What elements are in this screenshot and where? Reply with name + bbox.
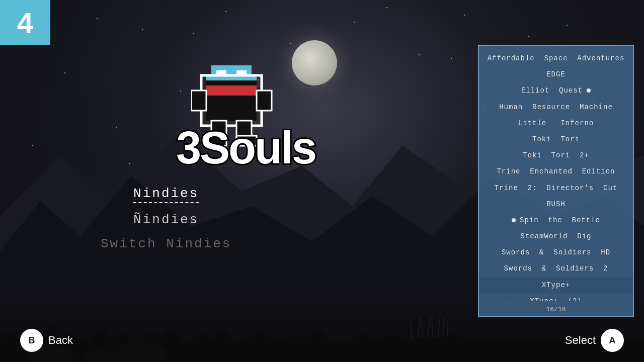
svg-rect-18 xyxy=(206,85,257,96)
list-item[interactable]: Swords & Soldiers 2 xyxy=(479,260,633,277)
a-button-circle: A xyxy=(601,329,624,352)
item-label: Trine 2: Director's Cut xyxy=(495,184,617,193)
menu-options: Nindies Ñindies Switch Nindies xyxy=(101,186,231,251)
list-item[interactable]: Elliot Quest xyxy=(479,82,633,99)
svg-rect-20 xyxy=(191,90,206,111)
game-list-panel: Affordable Space Adventures EDGE Elliot … xyxy=(478,45,634,317)
item-label: Swords & Soldiers HD xyxy=(502,248,610,257)
svg-rect-21 xyxy=(257,90,272,111)
list-counter: 16/16 xyxy=(479,303,633,316)
item-label: Elliot Quest xyxy=(521,86,583,95)
game-list-scroll[interactable]: Affordable Space Adventures EDGE Elliot … xyxy=(479,46,633,301)
item-label: Toki Tori 2+ xyxy=(523,151,589,160)
dot-indicator xyxy=(587,88,591,93)
item-label: Human Resource Machine xyxy=(499,103,613,112)
list-item[interactable]: Swords & Soldiers HD xyxy=(479,244,633,260)
list-item[interactable]: Trine Enchanted Edition xyxy=(479,163,633,179)
list-item[interactable]: Spin the Bottle xyxy=(479,212,633,228)
list-item[interactable]: XType+ (2) xyxy=(479,293,633,301)
bottom-bar: B Back Select A xyxy=(0,329,644,352)
item-label: EDGE xyxy=(546,70,566,79)
list-item[interactable]: Trine 2: Director's Cut xyxy=(479,180,633,196)
item-label: Affordable Space Adventures xyxy=(488,54,625,63)
item-label: XType+ xyxy=(542,281,570,290)
list-item[interactable]: Affordable Space Adventures xyxy=(479,50,633,66)
select-label: Select xyxy=(565,334,596,347)
item-label: XType+ (2) xyxy=(530,297,582,301)
list-item[interactable]: Toki Tori xyxy=(479,131,633,147)
badge-number: 4 xyxy=(17,6,33,40)
list-item[interactable]: Little Inferno xyxy=(479,115,633,131)
menu-item-nindies[interactable]: Nindies xyxy=(133,186,199,203)
select-button[interactable]: Select A xyxy=(565,329,624,352)
item-label: Trine Enchanted Edition xyxy=(497,167,615,176)
game-logo: 3Souls xyxy=(171,121,387,171)
item-label: Toki Tori xyxy=(532,135,580,144)
item-label: Little Inferno xyxy=(518,119,594,128)
item-label: Swords & Soldiers 2 xyxy=(504,264,608,273)
menu-item-switch-nindies[interactable]: Switch Nindies xyxy=(101,236,231,251)
item-label: Spin the Bottle xyxy=(520,216,600,225)
list-item-selected[interactable]: XType+ xyxy=(479,277,633,293)
list-item[interactable]: EDGE xyxy=(479,66,633,82)
back-label: Back xyxy=(48,334,73,347)
list-item[interactable]: SteamWorld Dig xyxy=(479,228,633,244)
list-item[interactable]: RUSH xyxy=(479,196,633,212)
number-badge: 4 xyxy=(0,0,50,45)
dot-indicator xyxy=(512,218,516,222)
b-button-circle: B xyxy=(20,329,43,352)
back-button[interactable]: B Back xyxy=(20,329,73,352)
svg-text:3Souls: 3Souls xyxy=(176,123,315,171)
menu-item-nindies-es[interactable]: Ñindies xyxy=(133,212,199,227)
list-item[interactable]: Toki Tori 2+ xyxy=(479,147,633,163)
list-item[interactable]: Human Resource Machine xyxy=(479,99,633,115)
item-label: SteamWorld Dig xyxy=(520,232,591,241)
item-label: RUSH xyxy=(546,200,566,209)
